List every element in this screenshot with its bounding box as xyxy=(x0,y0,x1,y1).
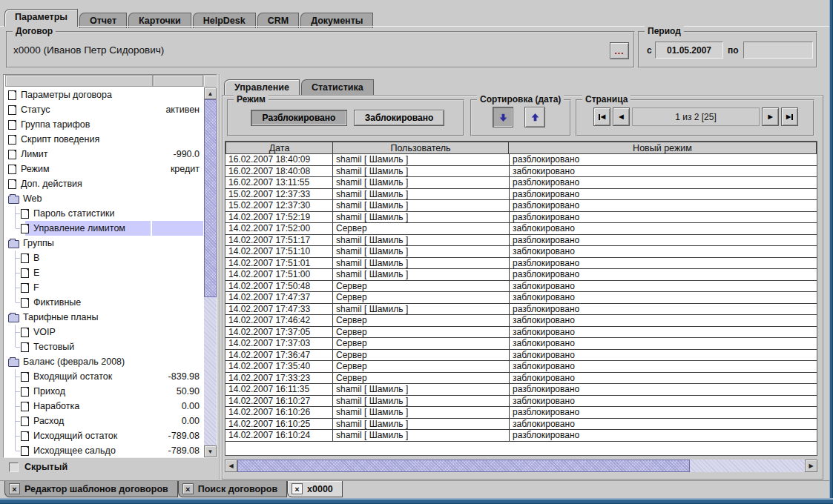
close-tab-icon[interactable]: × xyxy=(292,483,303,494)
cell-mode: заблокировано xyxy=(510,281,817,293)
hidden-checkbox[interactable] xyxy=(9,462,19,472)
table-row[interactable]: 14.02.2007 17:52:00Серверзаблокировано xyxy=(225,223,817,235)
page-next-button[interactable]: ▶ xyxy=(762,107,779,126)
contract-browse-button[interactable]: ... xyxy=(610,42,629,59)
tree-item[interactable]: Пароль статистики xyxy=(4,206,203,221)
period-from-field[interactable]: 01.05.2007 xyxy=(655,42,723,59)
hscrollbar-thumb[interactable] xyxy=(237,460,690,472)
table-row[interactable]: 14.02.2007 17:46:42Серверзаблокировано xyxy=(225,315,817,327)
cell-user: shamil [ Шамиль ] xyxy=(333,269,510,281)
close-tab-icon[interactable]: × xyxy=(9,483,20,494)
table-row[interactable]: 16.02.2007 18:40:09shamil [ Шамиль ]разб… xyxy=(225,154,817,166)
table-row[interactable]: 16.02.2007 18:40:08shamil [ Шамиль ]забл… xyxy=(225,166,817,178)
file-icon xyxy=(21,298,29,308)
tree-item[interactable]: Параметры договора xyxy=(4,87,203,102)
document-tab-Поиск договоров[interactable]: ×Поиск договоров xyxy=(178,481,287,497)
hscroll-right-icon[interactable]: ▶ xyxy=(805,460,817,472)
tree-item[interactable]: Управление лимитом xyxy=(4,221,203,236)
cell-user: shamil [ Шамиль ] xyxy=(333,407,510,419)
page-first-button[interactable]: ◀ xyxy=(593,107,610,126)
folder-icon xyxy=(8,240,19,248)
cell-user: shamil [ Шамиль ] xyxy=(333,419,510,431)
tree-scroll-up-icon[interactable]: ▲ xyxy=(204,87,217,99)
tab-Управление[interactable]: Управление xyxy=(224,79,300,95)
tree-item[interactable]: Web xyxy=(4,191,203,206)
table-row[interactable]: 14.02.2007 17:36:47Серверзаблокировано xyxy=(225,350,817,362)
cell-user: shamil [ Шамиль ] xyxy=(333,154,510,166)
table-row[interactable]: 14.02.2007 16:10:25shamil [ Шамиль ]забл… xyxy=(225,419,817,431)
tree-item[interactable]: VOIP xyxy=(4,325,203,339)
page-last-button[interactable]: ▶ xyxy=(781,107,798,126)
tree-item[interactable]: E xyxy=(4,265,203,280)
tree-item[interactable]: Приход50.90 xyxy=(4,384,203,399)
hscroll-left-icon[interactable]: ◀ xyxy=(225,460,237,472)
column-header-user[interactable]: Пользователь xyxy=(332,142,509,154)
tree-item[interactable]: Доп. действия xyxy=(4,176,203,191)
prev-page-icon: ◀ xyxy=(619,113,623,120)
table-row[interactable]: 15.02.2007 12:37:33shamil [ Шамиль ]разб… xyxy=(225,189,817,201)
table-row[interactable]: 14.02.2007 16:10:26shamil [ Шамиль ]разб… xyxy=(225,407,817,419)
document-tab-label: Редактор шаблонов договоров xyxy=(24,484,168,494)
column-header-mode[interactable]: Новый режим xyxy=(508,142,817,154)
tree-item[interactable]: Фиктивные xyxy=(4,295,203,310)
table-row[interactable]: 14.02.2007 17:37:05Серверзаблокировано xyxy=(225,327,817,339)
tree-item[interactable]: Лимит-990.0 xyxy=(4,147,203,162)
tree-item-label: Web xyxy=(23,193,42,204)
tree-item[interactable]: Группа тарифов xyxy=(4,117,203,132)
period-to-field[interactable] xyxy=(743,42,813,59)
tree-rows: Параметры договораСтатусактивенГруппа та… xyxy=(4,87,203,458)
tree-item[interactable]: Статусактивен xyxy=(4,102,203,117)
table-row[interactable]: 14.02.2007 17:52:19shamil [ Шамиль ]разб… xyxy=(225,212,817,224)
cell-user: shamil [ Шамиль ] xyxy=(333,304,510,316)
table-row[interactable]: 14.02.2007 16:10:24shamil [ Шамиль ]разб… xyxy=(225,430,817,442)
tree-item[interactable]: F xyxy=(4,280,203,295)
table-row[interactable]: 14.02.2007 16:11:35shamil [ Шамиль ]разб… xyxy=(225,384,817,396)
table-row[interactable]: 14.02.2007 17:51:01shamil [ Шамиль ]разб… xyxy=(225,258,817,270)
tree-header-name[interactable] xyxy=(5,75,153,87)
file-icon xyxy=(21,328,29,337)
table-row[interactable]: 14.02.2007 17:50:48Серверзаблокировано xyxy=(225,281,817,293)
tree-item[interactable]: Тарифные планы xyxy=(4,310,203,325)
tree-item[interactable]: Исходящий остаток-789.08 xyxy=(4,428,203,443)
document-tab-х0000[interactable]: ×х0000 xyxy=(287,481,343,497)
tree-item-value: активен xyxy=(165,105,203,115)
document-tab-Редактор шаблонов договоров[interactable]: ×Редактор шаблонов договоров xyxy=(4,481,178,497)
tree-item[interactable]: Скрипт поведения xyxy=(4,132,203,147)
unlocked-button[interactable]: Разблокировано xyxy=(251,110,347,126)
tree-item[interactable]: Входящий остаток-839.98 xyxy=(4,369,203,384)
table-row[interactable]: 14.02.2007 17:47:33shamil [ Шамиль ]разб… xyxy=(225,304,817,316)
table-row[interactable]: 16.02.2007 13:11:55shamil [ Шамиль ]разб… xyxy=(225,177,817,189)
tree-item[interactable]: Тестовый xyxy=(4,339,203,354)
page-prev-button[interactable]: ◀ xyxy=(613,107,630,126)
table-row[interactable]: 14.02.2007 16:10:27shamil [ Шамиль ]забл… xyxy=(225,396,817,408)
tree-item[interactable]: Расход0.00 xyxy=(4,414,203,428)
sort-asc-button[interactable] xyxy=(524,107,545,127)
period-to-label: по xyxy=(728,45,739,56)
sort-desc-button[interactable] xyxy=(493,107,513,127)
tree-item[interactable]: Группы xyxy=(4,236,203,251)
tree-item[interactable]: Режимкредит xyxy=(4,162,203,176)
tree-scrollbar-thumb[interactable] xyxy=(204,99,217,297)
close-tab-icon[interactable]: × xyxy=(182,483,194,494)
tree-item[interactable]: Исходящее сальдо-789.08 xyxy=(4,443,203,458)
main-tab-Параметры[interactable]: Параметры xyxy=(4,9,78,27)
table-row[interactable]: 15.02.2007 12:37:30shamil [ Шамиль ]разб… xyxy=(225,200,817,212)
tree-item[interactable]: Наработка0.00 xyxy=(4,399,203,414)
tab-Статистика[interactable]: Статистика xyxy=(301,79,374,95)
tree-item[interactable]: Баланс (февраль 2008) xyxy=(4,354,203,369)
column-header-date[interactable]: Дата xyxy=(225,142,333,154)
table-row[interactable]: 14.02.2007 17:33:23Серверзаблокировано xyxy=(225,373,817,385)
table-row[interactable]: 14.02.2007 17:51:17shamil [ Шамиль ]разб… xyxy=(225,235,817,247)
table-row[interactable]: 14.02.2007 17:47:37Серверзаблокировано xyxy=(225,292,817,304)
table-row[interactable]: 14.02.2007 17:51:00shamil [ Шамиль ]разб… xyxy=(225,269,817,281)
table-row[interactable]: 14.02.2007 17:37:03Серверзаблокировано xyxy=(225,338,817,350)
locked-button[interactable]: Заблокировано xyxy=(354,110,444,126)
tree-item[interactable]: B xyxy=(4,251,203,265)
table-row[interactable]: 14.02.2007 17:35:40Серверзаблокировано xyxy=(225,361,817,373)
cell-date: 14.02.2007 17:51:17 xyxy=(225,235,333,247)
tree-item-label: Режим xyxy=(21,164,50,174)
tree-header-value[interactable] xyxy=(153,75,203,87)
table-row[interactable]: 14.02.2007 17:51:10shamil [ Шамиль ]забл… xyxy=(225,246,817,258)
tree-scroll-down-icon[interactable]: ▼ xyxy=(204,445,217,457)
tree-item-value: 50.90 xyxy=(177,386,203,397)
